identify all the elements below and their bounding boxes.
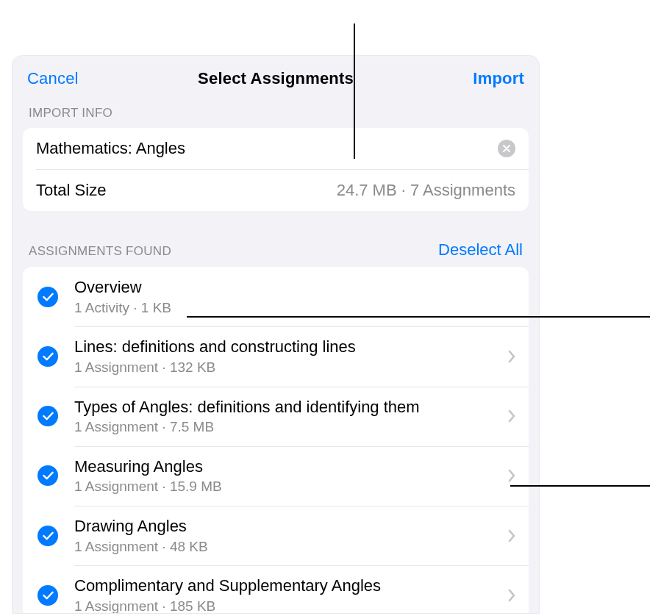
panel-header: Cancel Select Assignments Import: [12, 56, 539, 100]
selection-checkbox[interactable]: [37, 346, 58, 367]
checkmark-icon: [43, 412, 54, 420]
assignment-text: Complimentary and Supplementary Angles1 …: [74, 576, 502, 614]
selection-checkbox[interactable]: [37, 526, 58, 546]
checkmark-icon: [43, 293, 54, 301]
disclosure-chevron[interactable]: [502, 589, 518, 602]
assignment-row[interactable]: Overview1 Activity · 1 KB: [23, 267, 529, 326]
assignment-text: Lines: definitions and constructing line…: [74, 337, 502, 376]
assignment-row[interactable]: Measuring Angles1 Assignment · 15.9 MB: [23, 446, 529, 506]
total-size-row: Total Size 24.7 MB · 7 Assignments: [23, 170, 529, 211]
assignment-title: Drawing Angles: [74, 516, 502, 537]
assignment-subtitle: 1 Activity · 1 KB: [74, 299, 518, 317]
disclosure-chevron[interactable]: [502, 350, 518, 363]
assignment-title: Lines: definitions and constructing line…: [74, 337, 502, 357]
assignment-subtitle: 1 Assignment · 132 KB: [74, 359, 502, 376]
panel-title: Select Assignments: [198, 69, 354, 88]
assignment-subtitle: 1 Assignment · 15.9 MB: [74, 478, 502, 495]
clear-text-button[interactable]: [498, 140, 515, 157]
disclosure-chevron[interactable]: [502, 469, 518, 482]
import-info-label: IMPORT INFO: [12, 100, 539, 128]
cancel-button[interactable]: Cancel: [27, 69, 79, 88]
chevron-right-icon: [508, 409, 515, 423]
assignment-title: Complimentary and Supplementary Angles: [74, 576, 502, 596]
assignment-row[interactable]: Complimentary and Supplementary Angles1 …: [23, 565, 529, 614]
assignment-title: Types of Angles: definitions and identif…: [74, 397, 502, 418]
callout-line: [187, 316, 650, 318]
assignment-text: Types of Angles: definitions and identif…: [74, 397, 502, 436]
checkmark-icon: [43, 591, 54, 600]
selection-checkbox[interactable]: [37, 465, 58, 486]
assignment-row[interactable]: Types of Angles: definitions and identif…: [23, 387, 529, 446]
selection-checkbox[interactable]: [37, 287, 58, 307]
chevron-right-icon: [508, 589, 515, 602]
assignment-row[interactable]: Lines: definitions and constructing line…: [23, 326, 529, 386]
assignments-card: Overview1 Activity · 1 KBLines: definiti…: [23, 267, 529, 614]
chevron-right-icon: [508, 529, 515, 542]
disclosure-chevron[interactable]: [502, 529, 518, 542]
total-size-value: 24.7 MB · 7 Assignments: [337, 181, 515, 200]
chevron-right-icon: [508, 350, 515, 363]
select-assignments-panel: Cancel Select Assignments Import IMPORT …: [12, 55, 540, 614]
import-button[interactable]: Import: [473, 69, 524, 88]
total-size-label: Total Size: [36, 181, 337, 200]
checkmark-icon: [43, 531, 54, 540]
assignment-subtitle: 1 Assignment · 48 KB: [74, 538, 502, 556]
assignment-text: Measuring Angles1 Assignment · 15.9 MB: [74, 456, 502, 495]
selection-checkbox[interactable]: [37, 406, 58, 426]
assignment-title: Overview: [74, 277, 518, 298]
assignment-subtitle: 1 Assignment · 7.5 MB: [74, 418, 502, 436]
assignments-header: ASSIGNMENTS FOUND Deselect All: [12, 211, 539, 267]
assignment-title: Measuring Angles: [74, 456, 502, 477]
assignment-subtitle: 1 Assignment · 185 KB: [74, 598, 502, 614]
close-icon: [503, 145, 510, 152]
callout-line: [510, 485, 650, 487]
deselect-all-button[interactable]: Deselect All: [438, 240, 523, 259]
checkmark-icon: [43, 352, 54, 361]
selection-checkbox[interactable]: [37, 585, 58, 606]
import-name-row[interactable]: Mathematics: Angles: [23, 128, 529, 169]
assignment-row[interactable]: Drawing Angles1 Assignment · 48 KB: [23, 506, 529, 565]
assignments-found-label: ASSIGNMENTS FOUND: [29, 244, 171, 259]
checkmark-icon: [43, 471, 54, 480]
import-info-card: Mathematics: Angles Total Size 24.7 MB ·…: [23, 128, 529, 211]
callout-line: [354, 24, 355, 159]
assignment-text: Drawing Angles1 Assignment · 48 KB: [74, 516, 502, 555]
chevron-right-icon: [508, 469, 515, 482]
assignment-text: Overview1 Activity · 1 KB: [74, 277, 518, 316]
disclosure-chevron[interactable]: [502, 409, 518, 423]
import-name-field[interactable]: Mathematics: Angles: [36, 139, 498, 158]
